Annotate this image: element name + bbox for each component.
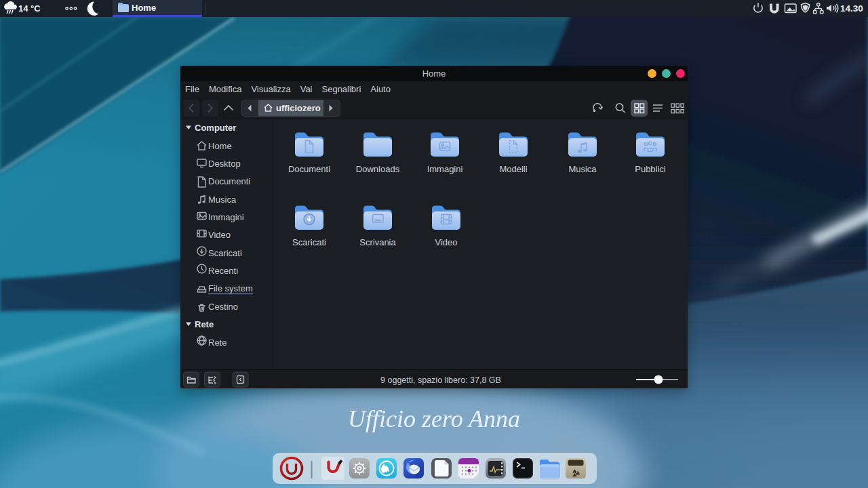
svg-text:Modelli: Modelli <box>499 164 527 174</box>
svg-text:Documenti: Documenti <box>288 164 330 174</box>
svg-text:Home: Home <box>132 3 156 13</box>
svg-text:Scaricati: Scaricati <box>292 237 326 247</box>
svg-text:14.30: 14.30 <box>840 3 863 14</box>
svg-text:Scaricati: Scaricati <box>208 248 242 258</box>
svg-text:Scrivania: Scrivania <box>359 237 396 247</box>
svg-text:Rete: Rete <box>195 319 214 329</box>
svg-text:Downloads: Downloads <box>356 164 400 174</box>
svg-text:9 oggetti, spazio libero: 37,8: 9 oggetti, spazio libero: 37,8 GB <box>380 375 501 385</box>
svg-text:Cestino: Cestino <box>208 302 238 312</box>
svg-text:Desktop: Desktop <box>208 159 241 169</box>
svg-text:Immagini: Immagini <box>427 164 463 174</box>
svg-text:Documenti: Documenti <box>208 176 250 186</box>
svg-text:Recenti: Recenti <box>208 266 238 276</box>
svg-text:Musica: Musica <box>568 164 597 174</box>
svg-text:Immagini: Immagini <box>208 212 244 222</box>
svg-text:Video: Video <box>208 230 231 240</box>
svg-text:ufficiozero: ufficiozero <box>276 103 321 113</box>
svg-text:Video: Video <box>435 237 457 247</box>
svg-text:14 °C: 14 °C <box>18 3 41 14</box>
svg-text:File system: File system <box>208 283 253 293</box>
svg-text:Pubblici: Pubblici <box>635 164 666 174</box>
svg-text:Computer: Computer <box>195 123 236 133</box>
svg-text:Home: Home <box>208 141 232 151</box>
svg-text:Musica: Musica <box>208 195 237 205</box>
svg-text:Rete: Rete <box>208 338 226 348</box>
